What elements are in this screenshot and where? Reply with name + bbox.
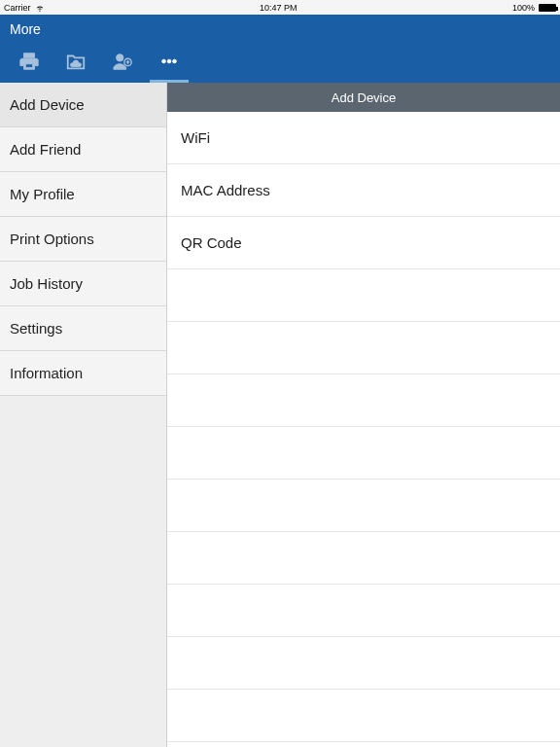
section-header-label: Add Device <box>332 90 396 105</box>
sidebar-item-label: Add Device <box>10 96 85 113</box>
sidebar-item-label: Print Options <box>10 231 94 247</box>
sidebar-item-print-options[interactable]: Print Options <box>0 217 166 262</box>
list-item-empty <box>167 480 560 532</box>
list-item-wifi[interactable]: WiFi <box>167 112 560 164</box>
tab-cloud-folder[interactable] <box>52 44 99 83</box>
list-item-empty <box>167 374 560 427</box>
list-item-empty <box>167 269 560 322</box>
cloud-folder-icon <box>65 51 87 76</box>
sidebar-item-my-profile[interactable]: My Profile <box>0 172 166 217</box>
list-item-qr-code[interactable]: QR Code <box>167 217 560 269</box>
status-bar: Carrier 10:47 PM 100% <box>0 0 560 15</box>
sidebar-item-information[interactable]: Information <box>0 351 166 396</box>
sidebar-item-settings[interactable]: Settings <box>0 306 166 351</box>
list-item-mac-address[interactable]: MAC Address <box>167 164 560 217</box>
more-icon <box>158 51 180 76</box>
sidebar-item-label: Information <box>10 365 83 381</box>
svg-point-4 <box>173 59 177 63</box>
sidebar-item-add-friend[interactable]: Add Friend <box>0 127 166 172</box>
sidebar-item-label: Settings <box>10 320 62 337</box>
sidebar-item-label: My Profile <box>10 186 75 202</box>
svg-point-2 <box>162 59 166 63</box>
sidebar-item-add-device[interactable]: Add Device <box>0 83 166 127</box>
tab-add-friend[interactable] <box>99 44 146 83</box>
tab-more[interactable] <box>146 44 192 83</box>
nav-bar: More <box>0 15 560 44</box>
svg-point-0 <box>117 54 123 61</box>
list-item-label: MAC Address <box>181 182 270 198</box>
carrier-label: Carrier <box>4 3 31 13</box>
sidebar-item-label: Job History <box>10 275 83 292</box>
tab-print[interactable] <box>6 44 52 83</box>
section-header: Add Device <box>167 83 560 112</box>
printer-icon <box>18 51 40 76</box>
list-item-label: QR Code <box>181 234 242 251</box>
toolbar <box>0 44 560 83</box>
battery-icon <box>539 4 556 12</box>
list-item-empty <box>167 322 560 374</box>
sidebar-item-job-history[interactable]: Job History <box>0 262 166 306</box>
sidebar-item-label: Add Friend <box>10 141 81 158</box>
status-time: 10:47 PM <box>260 3 298 13</box>
list-item-label: WiFi <box>181 129 210 146</box>
list-item-empty <box>167 690 560 742</box>
main-panel: Add Device WiFi MAC Address QR Code <box>167 83 560 747</box>
add-friend-icon <box>112 51 133 76</box>
battery-percent: 100% <box>512 3 535 13</box>
nav-title: More <box>10 21 41 37</box>
list-item-empty <box>167 585 560 637</box>
wifi-icon <box>35 3 45 13</box>
sidebar: Add Device Add Friend My Profile Print O… <box>0 83 167 747</box>
device-method-list: WiFi MAC Address QR Code <box>167 112 560 747</box>
svg-point-3 <box>167 59 171 63</box>
list-item-empty <box>167 532 560 585</box>
list-item-empty <box>167 427 560 480</box>
list-item-empty <box>167 637 560 690</box>
